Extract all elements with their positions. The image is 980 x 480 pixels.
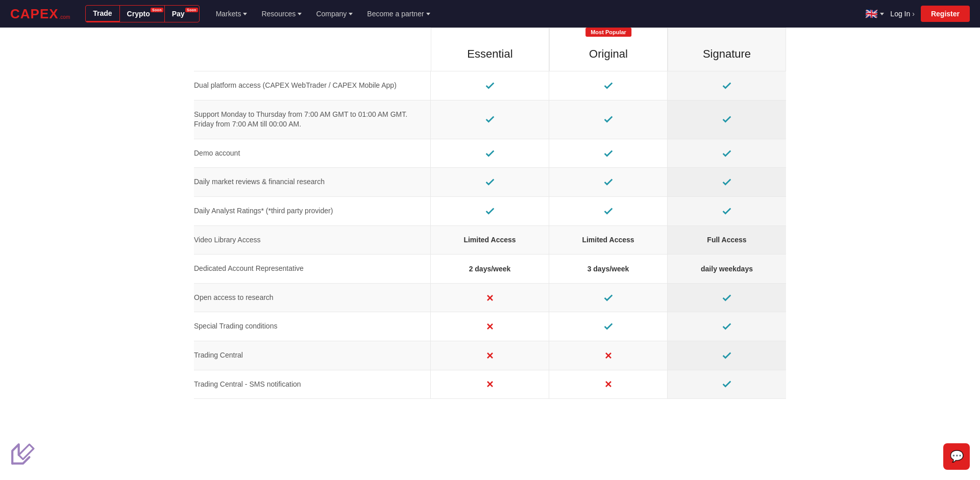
row-feature-label: Trading Central - SMS notification [194, 370, 431, 399]
check-mark-icon [484, 206, 496, 217]
nav-partner[interactable]: Become a partner [361, 0, 436, 28]
row-feature-label: Daily market reviews & financial researc… [194, 168, 431, 196]
cross-mark-icon [603, 379, 614, 389]
table-row: Trading Central [194, 341, 786, 370]
chat-icon: 💬 [950, 450, 964, 463]
cross-mark-icon [485, 321, 495, 332]
comparison-table-wrapper: Essential Most Popular Original Signatur… [184, 28, 796, 399]
cell-signature [668, 139, 786, 168]
table-body: Dual platform access (CAPEX WebTrader / … [194, 71, 786, 399]
cell-signature [668, 284, 786, 312]
cell-original [549, 139, 668, 168]
check-mark-icon [721, 114, 732, 125]
flag-icon: 🇬🇧 [865, 8, 878, 20]
col-header-original: Most Popular Original [549, 28, 668, 71]
check-mark-icon [721, 80, 732, 91]
check-mark-icon [484, 114, 496, 125]
resources-chevron-icon [298, 13, 302, 15]
cell-original [549, 197, 668, 225]
cell-signature [668, 312, 786, 341]
cell-signature [668, 168, 786, 196]
logo-suffix: .com [59, 14, 70, 20]
cell-original [549, 312, 668, 341]
cell-signature [668, 341, 786, 370]
cell-essential [431, 139, 549, 168]
tab-trade[interactable]: Trade [86, 6, 119, 22]
logo-text: CAPEX [10, 6, 59, 22]
check-mark-icon [603, 206, 614, 217]
cell-essential [431, 284, 549, 312]
pay-badge: Soon [185, 8, 198, 12]
cell-original [549, 284, 668, 312]
signature-title: Signature [678, 47, 775, 61]
col-header-essential: Essential [431, 28, 549, 71]
navbar: CAPEX .com Trade Crypto Soon Pay Soon Ma… [0, 0, 980, 28]
col-header-signature: Signature [668, 28, 786, 71]
check-mark-icon [721, 292, 732, 304]
check-mark-icon [603, 80, 614, 91]
check-mark-icon [484, 176, 496, 188]
table-row: Daily Analyst Ratings* (*third party pro… [194, 196, 786, 225]
cell-essential [431, 168, 549, 196]
cross-mark-icon [485, 379, 495, 389]
cell-original [549, 168, 668, 196]
company-chevron-icon [349, 13, 353, 15]
check-mark-icon [721, 350, 732, 361]
table-row: Open access to research [194, 283, 786, 312]
cell-signature: daily weekdays [668, 255, 786, 283]
nav-resources[interactable]: Resources [255, 0, 308, 28]
row-feature-label: Dual platform access (CAPEX WebTrader / … [194, 71, 431, 100]
row-feature-label: Demo account [194, 139, 431, 168]
check-mark-icon [603, 148, 614, 159]
chat-button[interactable]: 💬 [943, 443, 970, 470]
cell-essential [431, 197, 549, 225]
table-row: Demo account [194, 139, 786, 168]
table-row: Video Library Access Limited Access Limi… [194, 225, 786, 255]
register-button[interactable]: Register [921, 6, 970, 22]
essential-title: Essential [442, 47, 538, 61]
nav-company[interactable]: Company [310, 0, 359, 28]
login-arrow-icon: › [912, 10, 915, 18]
header-empty-col [194, 28, 431, 71]
check-mark-icon [484, 80, 496, 91]
row-feature-label: Daily Analyst Ratings* (*third party pro… [194, 197, 431, 225]
cell-original [549, 370, 668, 399]
original-title: Original [560, 47, 657, 61]
tab-crypto[interactable]: Crypto Soon [120, 6, 165, 22]
main-content: Essential Most Popular Original Signatur… [0, 28, 980, 419]
check-mark-icon [721, 378, 732, 390]
cell-original [549, 341, 668, 370]
tab-pay[interactable]: Pay Soon [165, 6, 199, 22]
login-button[interactable]: Log In › [890, 10, 915, 18]
table-row: Dedicated Account Representative 2 days/… [194, 254, 786, 283]
nav-markets[interactable]: Markets [210, 0, 254, 28]
table-row: Support Monday to Thursday from 7:00 AM … [194, 100, 786, 139]
logo[interactable]: CAPEX .com [10, 6, 70, 22]
nav-links: Markets Resources Company Become a partn… [210, 0, 866, 28]
nav-tabs: Trade Crypto Soon Pay Soon [85, 5, 199, 22]
check-mark-icon [721, 321, 732, 332]
nav-right: 🇬🇧 Log In › Register [865, 6, 970, 22]
cell-essential [431, 341, 549, 370]
cross-mark-icon [485, 350, 495, 361]
table-row: Special Trading conditions [194, 312, 786, 341]
cell-original: 3 days/week [549, 255, 668, 283]
cell-essential: 2 days/week [431, 255, 549, 283]
cell-essential [431, 370, 549, 399]
cell-signature [668, 100, 786, 139]
check-mark-icon [484, 148, 496, 159]
partner-chevron-icon [426, 13, 430, 15]
table-header: Essential Most Popular Original Signatur… [194, 28, 786, 71]
cell-original [549, 71, 668, 100]
check-mark-icon [603, 321, 614, 332]
check-mark-icon [721, 176, 732, 188]
language-selector[interactable]: 🇬🇧 [865, 8, 884, 20]
table-row: Dual platform access (CAPEX WebTrader / … [194, 71, 786, 100]
table-row: Trading Central - SMS notification [194, 370, 786, 399]
most-popular-badge: Most Popular [585, 28, 631, 37]
cell-original: Limited Access [549, 226, 668, 255]
markets-chevron-icon [243, 13, 247, 15]
row-feature-label: Support Monday to Thursday from 7:00 AM … [194, 100, 431, 139]
language-chevron-icon [880, 13, 884, 15]
cell-signature [668, 71, 786, 100]
